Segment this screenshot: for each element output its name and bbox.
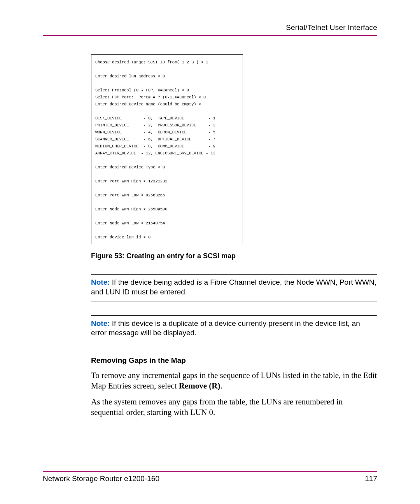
note-block-1: Note: If the device being added is a Fib… xyxy=(91,274,377,301)
section-heading: Removing Gaps in the Map xyxy=(91,356,377,365)
text-span: . xyxy=(220,381,222,390)
running-header: Serial/Telnet User Interface xyxy=(43,23,377,32)
body-paragraph-2: As the system removes any gaps from the … xyxy=(91,397,377,418)
text-span: To remove any incremental gaps in the se… xyxy=(91,371,377,390)
note-block-2: Note: If this device is a duplicate of a… xyxy=(91,315,377,342)
content-area: Choose desired Target SCSI ID from( 1 2 … xyxy=(91,54,377,418)
page-footer: Network Storage Router e1200-160 117 xyxy=(43,471,377,483)
bold-term: Remove (R) xyxy=(179,381,220,390)
note-text: If this device is a duplicate of a devic… xyxy=(91,319,360,337)
terminal-output: Choose desired Target SCSI ID from( 1 2 … xyxy=(91,54,243,244)
note-text: If the device being added is a Fibre Cha… xyxy=(91,278,376,296)
figure-caption: Figure 53: Creating an entry for a SCSI … xyxy=(91,252,377,260)
header-rule xyxy=(43,35,377,36)
body-paragraph-1: To remove any incremental gaps in the se… xyxy=(91,370,377,391)
footer-rule xyxy=(43,471,377,472)
page-number: 117 xyxy=(365,474,377,483)
note-label: Note: xyxy=(91,319,110,327)
note-label: Note: xyxy=(91,278,110,286)
page: Serial/Telnet User Interface Choose desi… xyxy=(0,0,420,504)
footer-title: Network Storage Router e1200-160 xyxy=(43,474,159,483)
